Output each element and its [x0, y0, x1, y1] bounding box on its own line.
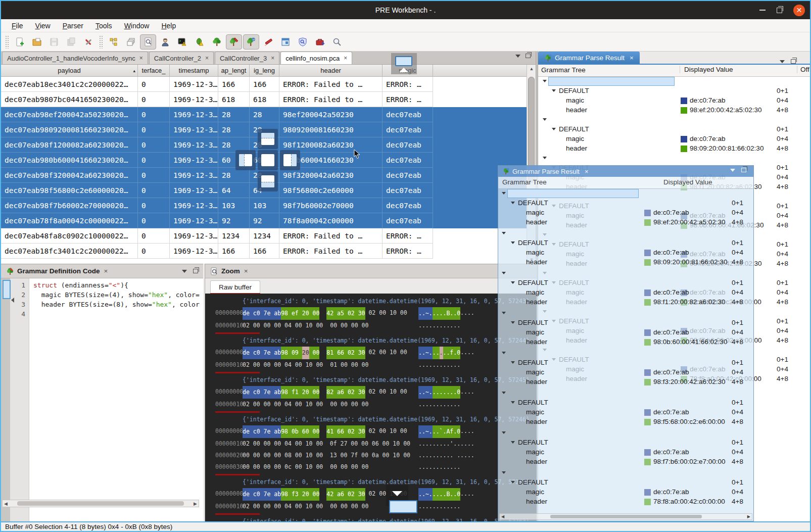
menu-parser[interactable]: Parser: [57, 20, 89, 31]
tree-magic-row[interactable]: magicde:c0:7e:ab0+4: [498, 328, 753, 337]
hex-line[interactable]: 0000001002 00 00 00 04 00 10 0000 00 00 …: [205, 320, 537, 331]
tree-struct-row[interactable]: DEFAULT0+1: [498, 398, 753, 408]
fold-arrow-icon[interactable]: [11, 298, 14, 303]
hex-line[interactable]: 0000001002 00 00 00 04 00 10 0000 00 00 …: [205, 399, 537, 410]
close-tab-icon[interactable]: ×: [271, 55, 274, 62]
table-row[interactable]: dec07eab9807bc0441650230020…01969-12-3…6…: [1, 92, 527, 107]
panel-menu-chevron-icon[interactable]: [730, 169, 735, 172]
menu-file[interactable]: File: [6, 20, 29, 31]
code-editor[interactable]: struct (endianness="<"){ magic BYTES(siz…: [29, 278, 203, 521]
tree-struct-row[interactable]: DEFAULT0+1: [538, 86, 810, 96]
tree-header-row[interactable]: header98:09:20:00:81:66:02:304+8: [498, 258, 753, 267]
scroll-right-icon[interactable]: ▶: [747, 514, 750, 519]
chevron-down-icon[interactable]: [552, 128, 556, 130]
tree-magic-row[interactable]: magicde:c0:7e:ab0+4: [538, 134, 810, 144]
window-layout-button[interactable]: [277, 34, 294, 50]
panel-menu-chevron-icon[interactable]: [182, 270, 187, 273]
table-row[interactable]: dec07eab98ef200042a50230020…01969-12-3…2…: [1, 107, 527, 122]
tab-cellinfo-nosim-pca[interactable]: cellinfo_nosim.pca×: [280, 52, 352, 64]
close-panel-icon[interactable]: ×: [630, 54, 634, 62]
table-row[interactable]: dec07eab18ec3401c2c20000022…01969-12-3…1…: [1, 77, 527, 92]
grammar-tree-button[interactable]: [209, 34, 225, 50]
tree-header-row[interactable]: header98:f5:68:00:c2:e6:00:004+8: [498, 417, 753, 427]
chevron-down-icon[interactable]: [502, 192, 506, 195]
project-tree-button[interactable]: [106, 34, 122, 50]
tree-root-row[interactable]: [538, 115, 810, 125]
hex-line[interactable]: 00000000de c0 7e ab98 f1 20 0082 a6 02 3…: [205, 386, 537, 399]
column-header-terface[interactable]: terface_: [138, 65, 170, 76]
hex-line[interactable]: 00000000de c0 7e ab98 0b 60 0041 66 02 3…: [205, 425, 537, 438]
tree-struct-row[interactable]: DEFAULT0+1: [498, 318, 753, 328]
column-header-aplengt[interactable]: ap_lengt: [218, 65, 250, 76]
new-file-button[interactable]: [12, 34, 28, 50]
hex-line[interactable]: 0000002000 00 00 00 08 00 10 0013 00 7f …: [205, 450, 537, 461]
tree-root-row[interactable]: [498, 428, 753, 438]
tab-grammar-parse-result[interactable]: Grammar Parse Result ×: [538, 52, 640, 64]
chevron-down-icon[interactable]: [511, 401, 515, 404]
tree-root-row[interactable]: [498, 349, 753, 358]
tree-root-row[interactable]: [538, 77, 810, 86]
chevron-down-icon[interactable]: [511, 441, 515, 444]
parse-result-tree[interactable]: DEFAULT0+1magicde:c0:7e:ab0+4header98:ef…: [498, 189, 753, 513]
tree-root-row[interactable]: [498, 189, 753, 199]
hex-line[interactable]: 00000000de c0 7e ab98 ef 20 0042 a5 02 3…: [205, 307, 537, 320]
toolbar-drag-handle[interactable]: [5, 35, 9, 49]
float-panel-icon[interactable]: [741, 168, 746, 172]
tree-struct-row[interactable]: DEFAULT0+1: [498, 478, 753, 488]
close-panel-icon[interactable]: ×: [244, 267, 248, 275]
selected-tree-row[interactable]: [548, 77, 675, 86]
hex-line[interactable]: 00000000de c0 7e ab98 09 20 0081 66 02 3…: [205, 347, 537, 359]
tab-audiocontroller-1-handlevocoderinfo-sync[interactable]: AudioController_1_handleVocoderInfo_sync…: [2, 52, 148, 64]
tab-zoom[interactable]: Zoom ×: [205, 264, 253, 278]
column-displayed-value[interactable]: Displayed Value: [680, 66, 733, 73]
close-tab-icon[interactable]: ×: [205, 55, 209, 62]
column-header-timestamp[interactable]: timestamp: [170, 65, 218, 76]
tab-callcontroller-3[interactable]: CallController_3×: [215, 52, 279, 64]
chevron-down-icon[interactable]: [552, 89, 556, 92]
tree-struct-row[interactable]: DEFAULT0+1: [538, 125, 810, 134]
tab-list-chevron-down-icon[interactable]: [515, 55, 520, 58]
chevron-down-icon[interactable]: [543, 157, 547, 159]
floating-parse-result-window[interactable]: Grammar Parse Result × Grammar Tree Disp…: [498, 165, 754, 521]
hex-line[interactable]: 0000001002 00 00 00 04 00 10 000f 27 00 …: [205, 438, 537, 450]
tree-root-row[interactable]: [498, 269, 753, 278]
close-tab-icon[interactable]: ×: [344, 55, 347, 62]
chevron-down-icon[interactable]: [502, 431, 506, 434]
chevron-down-icon[interactable]: [511, 281, 515, 284]
tree-header-row[interactable]: header98:f7:b6:00:02:e7:00:004+8: [498, 457, 753, 467]
save-button[interactable]: [46, 34, 62, 50]
toolbox-button[interactable]: [312, 34, 328, 50]
chevron-down-icon[interactable]: [511, 361, 515, 364]
scroll-up-icon[interactable]: ▲: [527, 65, 536, 73]
chevron-down-icon[interactable]: [502, 272, 506, 274]
shield-search-button[interactable]: [295, 34, 311, 50]
ghost-horizontal-scrollbar[interactable]: ◀ ▶: [499, 513, 752, 520]
column-header-igleng[interactable]: ig_leng: [250, 65, 279, 76]
terminal-warning-button[interactable]: [174, 34, 190, 50]
open-folder-button[interactable]: [29, 34, 45, 50]
tab-callcontroller-2[interactable]: CallController_2×: [149, 52, 214, 64]
chevron-down-icon[interactable]: [511, 321, 515, 324]
column-header-payload[interactable]: payload▴: [1, 65, 138, 76]
chevron-down-icon[interactable]: [502, 312, 506, 314]
chevron-down-icon[interactable]: [543, 80, 547, 82]
tab-raw-buffer[interactable]: Raw buffer: [210, 280, 260, 294]
user-button[interactable]: [157, 34, 173, 50]
minimize-button[interactable]: [759, 10, 766, 11]
tree-header-row[interactable]: header78:f8:a0:00:42:c0:00:004+8: [498, 497, 753, 507]
scroll-right-icon[interactable]: ▶: [194, 501, 197, 506]
column-grammar-tree[interactable]: Grammar Tree: [541, 66, 586, 74]
float-panel-icon[interactable]: [193, 269, 198, 273]
table-row[interactable]: dec07eab18fc3401c2c20000022…01969-12-3…1…: [1, 244, 527, 259]
tab-grammar-definition-code[interactable]: Grammar Definition Code ×: [1, 264, 113, 278]
chevron-down-icon[interactable]: [502, 471, 506, 474]
menu-window[interactable]: Window: [119, 20, 155, 31]
table-row[interactable]: dec07eab98f7b60002e70000020…01969-12-3…1…: [1, 198, 527, 213]
tree-root-row[interactable]: [498, 309, 753, 318]
code-horizontal-scrollbar[interactable]: ◀ ▶: [2, 500, 199, 507]
close-tab-icon[interactable]: ×: [139, 55, 143, 62]
close-button[interactable]: ✕: [793, 5, 805, 16]
chevron-down-icon[interactable]: [543, 118, 547, 121]
tree-header-row[interactable]: header98:f3:20:00:42:a6:02:304+8: [498, 377, 753, 387]
chevron-down-icon[interactable]: [511, 202, 515, 204]
